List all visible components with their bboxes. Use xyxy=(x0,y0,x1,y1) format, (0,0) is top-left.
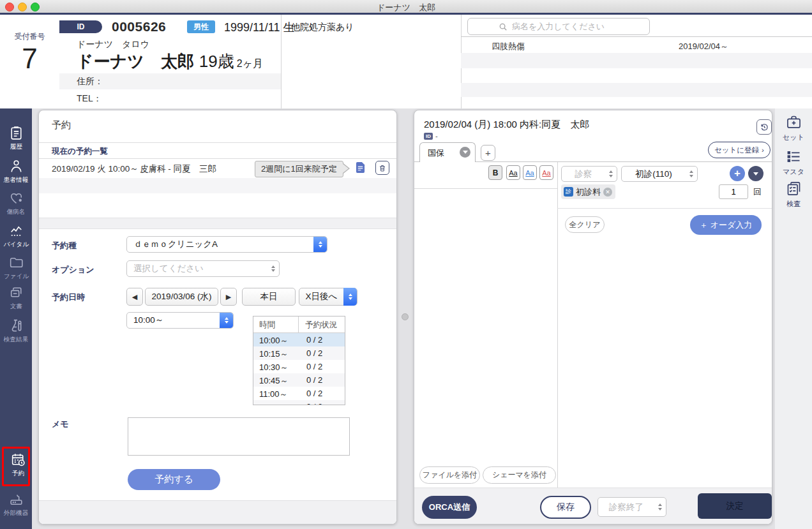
remove-tag-icon[interactable]: ✕ xyxy=(603,188,612,197)
panel-splitter-handle[interactable] xyxy=(402,313,409,320)
time-select[interactable]: 10:00～ xyxy=(126,312,234,329)
format-text-black-button[interactable]: Aa xyxy=(506,165,520,180)
slot-row[interactable]: 10:00～0 / 2 xyxy=(253,333,345,346)
next-day-button[interactable]: ▶ xyxy=(220,288,237,306)
address-row: 住所： xyxy=(59,73,281,89)
notes-block: 他院処方薬あり xyxy=(281,15,462,108)
date-button[interactable]: 2019/03/06 (水) xyxy=(145,288,218,306)
sidebar-item-documents[interactable]: 文書 xyxy=(0,285,32,311)
gender-badge: 男性 xyxy=(187,20,215,33)
end-exam-placeholder: 診察終了 xyxy=(598,502,654,513)
format-text-blue-button[interactable]: Aa xyxy=(523,165,537,180)
sidebar-item-vitals[interactable]: バイタル xyxy=(0,223,32,249)
window-title: ドーナツ 太郎 xyxy=(0,2,812,13)
slot-col-status: 予約状況 xyxy=(299,317,345,332)
stepper-icon xyxy=(343,288,357,306)
disease-row[interactable]: 四肢熱傷 2019/02/04～ xyxy=(461,36,812,54)
medical-bag-icon xyxy=(785,114,802,131)
disease-block: 四肢熱傷 2019/02/04～ xyxy=(461,15,812,108)
collapse-order-button[interactable] xyxy=(748,166,763,181)
stepper-icon xyxy=(267,265,279,272)
slot-row[interactable]: 10:30～0 / 2 xyxy=(253,360,345,373)
add-tab-button[interactable]: + xyxy=(481,145,495,161)
sidebar-item-patient-info[interactable]: 患者情報 xyxy=(0,158,32,184)
order-tag-shoshinryo[interactable]: 診 初診料 ✕ xyxy=(561,184,615,199)
sidebar-item-history[interactable]: 履歴 xyxy=(0,125,32,151)
sidebar-item-lab-results[interactable]: 検査結果 xyxy=(0,318,32,344)
sidebar-item-reservation[interactable]: 予約 xyxy=(2,452,34,478)
patient-age: 19歳 xyxy=(199,52,234,71)
tab-kokuho[interactable]: 国保 xyxy=(419,142,476,162)
attach-file-button[interactable]: ファイルを添付 xyxy=(419,466,480,484)
slot-status: 0 / 2 xyxy=(299,346,345,360)
vitals-chart-icon xyxy=(8,223,24,239)
reservation-type-select[interactable]: ｄｅｍｏクリニックA xyxy=(126,236,327,253)
sidebar-item-master[interactable]: マスタ xyxy=(775,148,812,177)
calendar-clock-icon xyxy=(10,452,26,468)
memo-document-icon[interactable] xyxy=(356,161,365,174)
karte-panel: 2019/02/04 (月) 18:00 内科:同夏 太郎 ID - 国保 + … xyxy=(414,110,772,525)
slot-time: 11:00～ xyxy=(253,387,299,400)
option-select[interactable]: 選択してください xyxy=(126,260,280,277)
disease-search-input[interactable] xyxy=(511,21,619,32)
disease-name: 四肢熱傷 xyxy=(492,41,525,52)
order-input-button[interactable]: ＋ オーダ入力 xyxy=(690,215,762,235)
memo-label: メモ xyxy=(52,419,69,430)
format-text-red-button[interactable]: Aa xyxy=(539,165,553,180)
count-input[interactable] xyxy=(719,184,748,199)
today-button[interactable]: 本日 xyxy=(242,288,296,306)
reception-block: 受付番号 7 xyxy=(0,15,59,108)
stepper-icon xyxy=(313,237,327,252)
folder-icon xyxy=(8,255,24,271)
history-restore-button[interactable] xyxy=(756,119,772,135)
order-item-value: 初診(110) xyxy=(622,168,686,180)
memo-textarea[interactable] xyxy=(128,417,350,456)
karte-title: 2019/02/04 (月) 18:00 内科:同夏 太郎 xyxy=(424,119,589,131)
delete-reservation-button[interactable] xyxy=(375,161,389,175)
slot-time: 10:45～ xyxy=(253,373,299,387)
save-button[interactable]: 保存 xyxy=(540,496,591,519)
reservation-row[interactable]: 2019/02/19 火 10:00～ 皮膚科 - 同夏 三郎 2週間に1回来院… xyxy=(39,159,396,178)
slot-status: 0 / 2 xyxy=(299,333,345,346)
reservation-panel-footer xyxy=(39,500,396,524)
slot-time: 10:00～ xyxy=(253,333,299,346)
order-category-select[interactable]: 診察 xyxy=(561,166,617,182)
sidebar-item-set[interactable]: セット xyxy=(775,114,812,142)
reservation-panel: 予約 現在の予約一覧 2019/02/19 火 10:00～ 皮膚科 - 同夏 … xyxy=(38,110,397,525)
clear-all-button[interactable]: 全クリア xyxy=(565,216,605,233)
sidebar-item-label: 検査 xyxy=(786,199,801,209)
orca-send-button[interactable]: ORCA送信 xyxy=(422,496,477,519)
tab-menu-button[interactable] xyxy=(460,147,470,158)
prev-day-button[interactable]: ◀ xyxy=(126,288,143,306)
disease-since-date: 2019/02/04～ xyxy=(679,41,728,52)
sidebar-item-exam[interactable]: 検査 xyxy=(775,180,812,209)
format-bold-button[interactable]: B xyxy=(488,165,502,180)
reservation-type-value: ｄｅｍｏクリニックA xyxy=(127,239,313,250)
attach-schema-button[interactable]: シェーマを添付 xyxy=(483,466,556,484)
patient-name-row: ドーナツ 太郎19歳2ヶ月 xyxy=(77,50,263,73)
patient-info-block: ID 0005626 男性 1999/11/11 生 ドーナツ タロウ ドーナツ… xyxy=(59,15,282,108)
sidebar-item-disease[interactable]: 傷病名 xyxy=(0,190,32,216)
sidebar-item-files[interactable]: ファイル xyxy=(0,255,32,281)
add-order-row-button[interactable]: + xyxy=(730,166,745,181)
slot-row[interactable]: 10:15～0 / 2 xyxy=(253,346,345,360)
slot-status: 0 / 2 xyxy=(299,387,345,400)
slot-status: 0 / 2 xyxy=(299,400,345,405)
patient-id-badge: ID xyxy=(59,20,102,33)
slot-status: 0 / 2 xyxy=(299,373,345,387)
slot-row[interactable]: 11:00～0 / 2 xyxy=(253,387,345,400)
sidebar-item-external-device[interactable]: 外部機器 xyxy=(0,491,32,518)
order-section-divider xyxy=(557,208,772,209)
slot-table-header: 時間 予約状況 xyxy=(253,317,345,333)
reserve-submit-button[interactable]: 予約する xyxy=(128,469,220,490)
disease-search-box[interactable] xyxy=(467,18,650,35)
slot-row[interactable]: 11:15～0 / 2 xyxy=(253,400,345,405)
order-item-select[interactable]: 初診(110) xyxy=(621,166,698,182)
end-exam-select[interactable]: 診察終了 xyxy=(598,497,666,517)
section-divider xyxy=(39,218,396,229)
after-days-select[interactable]: X日後へ xyxy=(299,288,357,306)
slot-row[interactable]: 10:45～0 / 2 xyxy=(253,373,345,387)
confirm-button[interactable]: 決定 xyxy=(698,493,772,519)
register-set-button[interactable]: セットに登録 › xyxy=(708,142,771,158)
slot-time: 11:15～ xyxy=(253,400,299,405)
